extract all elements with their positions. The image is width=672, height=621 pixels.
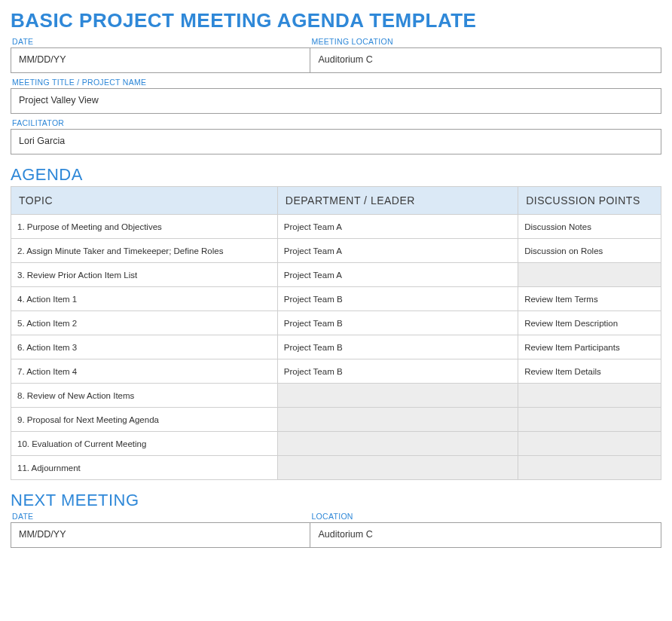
- meeting-title-field: MEETING TITLE / PROJECT NAME Project Val…: [11, 78, 661, 114]
- cell-discussion[interactable]: Discussion Notes: [518, 215, 661, 239]
- col-header-topic: TOPIC: [11, 187, 278, 215]
- agenda-heading: AGENDA: [11, 165, 661, 185]
- meeting-title-label: MEETING TITLE / PROJECT NAME: [11, 78, 661, 87]
- cell-department[interactable]: Project Team A: [277, 239, 518, 263]
- cell-department[interactable]: Project Team B: [277, 359, 518, 384]
- cell-discussion[interactable]: [518, 263, 661, 287]
- cell-discussion[interactable]: [518, 408, 661, 432]
- cell-department[interactable]: Project Team B: [277, 311, 518, 335]
- cell-discussion[interactable]: Review Item Details: [518, 359, 661, 384]
- location-field: MEETING LOCATION Auditorium C: [310, 37, 661, 73]
- cell-department[interactable]: Project Team A: [277, 215, 518, 239]
- cell-topic[interactable]: 3. Review Prior Action Item List: [11, 263, 278, 287]
- cell-department[interactable]: Project Team B: [277, 287, 518, 311]
- cell-discussion[interactable]: Review Item Terms: [518, 287, 661, 311]
- cell-discussion[interactable]: Review Item Description: [518, 311, 661, 335]
- table-row: 10. Evaluation of Current Meeting: [11, 432, 661, 456]
- facilitator-input[interactable]: Lori Garcia: [11, 129, 661, 154]
- table-row: 9. Proposal for Next Meeting Agenda: [11, 408, 661, 432]
- next-fields-row: DATE MM/DD/YY LOCATION Auditorium C: [11, 512, 661, 548]
- top-fields-row-3: FACILITATOR Lori Garcia: [11, 118, 661, 154]
- cell-topic[interactable]: 8. Review of New Action Items: [11, 384, 278, 408]
- table-row: 7. Action Item 4Project Team BReview Ite…: [11, 359, 661, 384]
- cell-topic[interactable]: 6. Action Item 3: [11, 335, 278, 359]
- cell-department[interactable]: Project Team A: [277, 263, 518, 287]
- cell-department[interactable]: Project Team B: [277, 335, 518, 359]
- table-row: 8. Review of New Action Items: [11, 384, 661, 408]
- cell-department[interactable]: [277, 384, 518, 408]
- next-date-label: DATE: [11, 512, 310, 521]
- date-label: DATE: [11, 37, 310, 46]
- cell-topic[interactable]: 5. Action Item 2: [11, 311, 278, 335]
- cell-discussion[interactable]: Discussion on Roles: [518, 239, 661, 263]
- cell-discussion[interactable]: [518, 456, 661, 480]
- table-row: 4. Action Item 1Project Team BReview Ite…: [11, 287, 661, 311]
- cell-topic[interactable]: 7. Action Item 4: [11, 359, 278, 384]
- meeting-title-input[interactable]: Project Valley View: [11, 88, 661, 114]
- table-row: 2. Assign Minute Taker and Timekeeper; D…: [11, 239, 661, 263]
- next-date-input[interactable]: MM/DD/YY: [11, 522, 310, 548]
- next-location-label: LOCATION: [310, 512, 661, 521]
- cell-discussion[interactable]: Review Item Participants: [518, 335, 661, 359]
- agenda-table: TOPIC DEPARTMENT / LEADER DISCUSSION POI…: [11, 186, 661, 480]
- top-fields-row-2: MEETING TITLE / PROJECT NAME Project Val…: [11, 78, 661, 114]
- col-header-department: DEPARTMENT / LEADER: [277, 187, 518, 215]
- table-row: 6. Action Item 3Project Team BReview Ite…: [11, 335, 661, 359]
- facilitator-label: FACILITATOR: [11, 118, 661, 127]
- top-fields-row-1: DATE MM/DD/YY MEETING LOCATION Auditoriu…: [11, 37, 661, 73]
- cell-topic[interactable]: 1. Purpose of Meeting and Objectives: [11, 215, 278, 239]
- date-input[interactable]: MM/DD/YY: [11, 47, 310, 73]
- table-row: 11. Adjournment: [11, 456, 661, 480]
- cell-topic[interactable]: 2. Assign Minute Taker and Timekeeper; D…: [11, 239, 278, 263]
- table-row: 3. Review Prior Action Item ListProject …: [11, 263, 661, 287]
- cell-department[interactable]: [277, 408, 518, 432]
- cell-discussion[interactable]: [518, 432, 661, 456]
- cell-department[interactable]: [277, 432, 518, 456]
- cell-topic[interactable]: 4. Action Item 1: [11, 287, 278, 311]
- location-label: MEETING LOCATION: [310, 37, 661, 46]
- next-meeting-heading: NEXT MEETING: [11, 491, 661, 510]
- page-title: BASIC PROJECT MEETING AGENDA TEMPLATE: [11, 9, 661, 32]
- next-location-input[interactable]: Auditorium C: [310, 522, 661, 548]
- table-row: 1. Purpose of Meeting and ObjectivesProj…: [11, 215, 661, 239]
- facilitator-field: FACILITATOR Lori Garcia: [11, 118, 661, 154]
- cell-topic[interactable]: 11. Adjournment: [11, 456, 278, 480]
- cell-topic[interactable]: 9. Proposal for Next Meeting Agenda: [11, 408, 278, 432]
- col-header-discussion: DISCUSSION POINTS: [518, 187, 661, 215]
- cell-discussion[interactable]: [518, 384, 661, 408]
- next-date-field: DATE MM/DD/YY: [11, 512, 310, 548]
- table-row: 5. Action Item 2Project Team BReview Ite…: [11, 311, 661, 335]
- cell-topic[interactable]: 10. Evaluation of Current Meeting: [11, 432, 278, 456]
- date-field: DATE MM/DD/YY: [11, 37, 310, 73]
- cell-department[interactable]: [277, 456, 518, 480]
- next-location-field: LOCATION Auditorium C: [310, 512, 661, 548]
- location-input[interactable]: Auditorium C: [310, 47, 661, 73]
